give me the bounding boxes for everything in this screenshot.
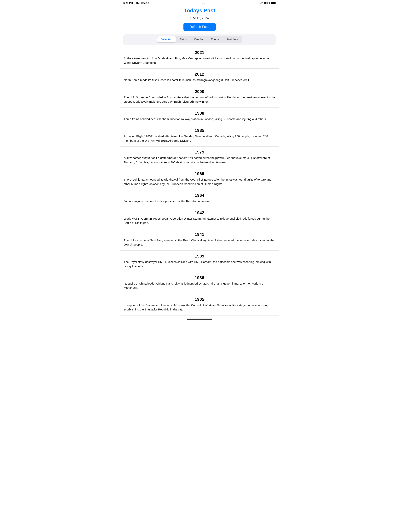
feed-text: North Korea made its first successful sa… [124, 78, 275, 82]
battery-percentage: 100% [264, 1, 270, 4]
feed-item: 1942World War II: German troops began Op… [120, 207, 279, 229]
status-time: 6:28 PM [123, 1, 133, 4]
feed-year: 2021 [124, 50, 275, 55]
wifi-icon [260, 2, 263, 4]
feed-year: 1988 [124, 111, 275, 116]
tab-deaths[interactable]: Deaths [191, 36, 207, 42]
feed-year: 1942 [124, 210, 275, 215]
tab-events[interactable]: Events [207, 36, 223, 42]
app-title: Todays Past [120, 5, 279, 15]
feed-item: 1905In support of the December Uprising … [120, 294, 279, 316]
feed-item: 2000The U.S. Supreme Court ruled in Bush… [120, 86, 279, 108]
battery-fill [272, 2, 275, 4]
feed-item: 1988Three trains collided near Clapham J… [120, 108, 279, 125]
feed-item: 1964Jomo Kenyatta became the first presi… [120, 190, 279, 207]
current-date: Dec 12, 2024 [120, 15, 279, 23]
status-bar: 6:28 PM Thu Dec 12 100% [120, 0, 279, 5]
tab-selected[interactable]: Selected [157, 36, 176, 42]
feed-text: The Holocaust: At a Nazi Party meeting i… [124, 238, 275, 247]
tabs-container: Selected Births Deaths Events Holidays [123, 34, 276, 45]
feed-year: 1936 [124, 275, 275, 280]
dot-2 [204, 3, 205, 3]
feed-item: 1985Arrow Air Flight 1285R crashed after… [120, 125, 279, 146]
feed-text: At the season-ending Abu Dhabi Grand Pri… [124, 56, 275, 65]
feed-text: Jomo Kenyatta became the first president… [124, 199, 275, 203]
feed-text: The U.S. Supreme Court ruled in Bush v. … [124, 95, 275, 104]
feed-year: 2012 [124, 72, 275, 77]
feed-text: Arrow Air Flight 1285R crashed after tak… [124, 134, 275, 143]
feed-item: 2012North Korea made its first successfu… [120, 69, 279, 86]
tab-holidays[interactable]: Holidays [223, 36, 242, 42]
feed-item: 1939The Royal Navy destroyer HMS Duchess… [120, 250, 279, 272]
battery-icon [272, 2, 276, 4]
dot-1 [202, 3, 203, 3]
feed-year: 1985 [124, 128, 275, 133]
feed-item: 1936Republic of China leader Chiang Kai-… [120, 272, 279, 294]
feed-text: Three trains collided near Clapham Junct… [124, 117, 275, 121]
home-indicator [187, 319, 212, 320]
feed-text: Republic of China leader Chiang Kai-shek… [124, 281, 275, 290]
tab-births[interactable]: Births [176, 36, 190, 42]
status-center-dots [202, 3, 206, 3]
feed-section: 2021At the season-ending Abu Dhabi Grand… [120, 47, 279, 316]
dot-3 [206, 3, 206, 3]
status-right: 100% [260, 1, 276, 4]
feed-text: The Greek junta announced its withdrawal… [124, 177, 275, 186]
status-time-date: 6:28 PM Thu Dec 12 [123, 1, 149, 4]
feed-year: 1979 [124, 150, 275, 155]
feed-item: 2021At the season-ending Abu Dhabi Grand… [120, 47, 279, 69]
status-date: Thu Dec 12 [136, 1, 149, 4]
feed-year: 1905 [124, 297, 275, 302]
feed-text: World War II: German troops began Operat… [124, 216, 275, 225]
feed-year: 1969 [124, 171, 275, 176]
feed-item: 1941The Holocaust: At a Nazi Party meeti… [120, 229, 279, 250]
feed-text: A .mw-parser-output .tooltip-dotted{bord… [124, 156, 275, 165]
tabs-inner: Selected Births Deaths Events Holidays [157, 36, 242, 43]
feed-text: In support of the December Uprising in M… [124, 303, 275, 312]
feed-text: The Royal Navy destroyer HMS Duchess col… [124, 260, 275, 268]
feed-year: 1964 [124, 193, 275, 198]
feed-item: 1979A .mw-parser-output .tooltip-dotted{… [120, 146, 279, 168]
refresh-btn-container: Refresh Feed [120, 23, 279, 34]
feed-year: 2000 [124, 89, 275, 94]
feed-year: 1939 [124, 254, 275, 259]
feed-item: 1969The Greek junta announced its withdr… [120, 168, 279, 190]
feed-year: 1941 [124, 232, 275, 237]
refresh-feed-button[interactable]: Refresh Feed [184, 23, 216, 31]
